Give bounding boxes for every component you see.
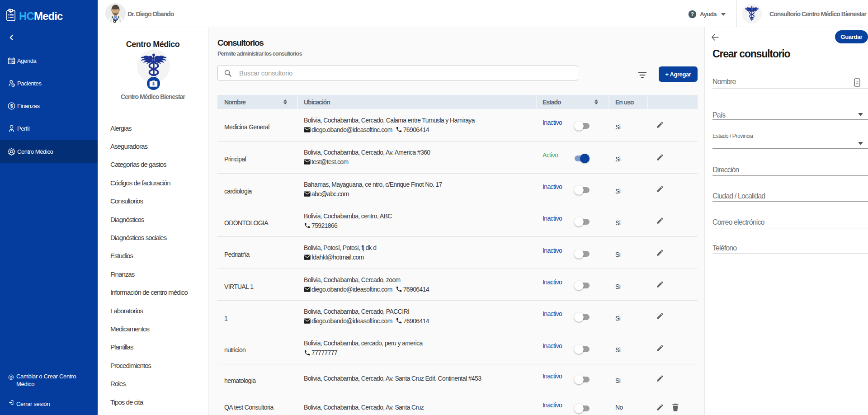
svg-text:?: ? — [691, 11, 694, 17]
svg-text:$: $ — [10, 103, 13, 108]
